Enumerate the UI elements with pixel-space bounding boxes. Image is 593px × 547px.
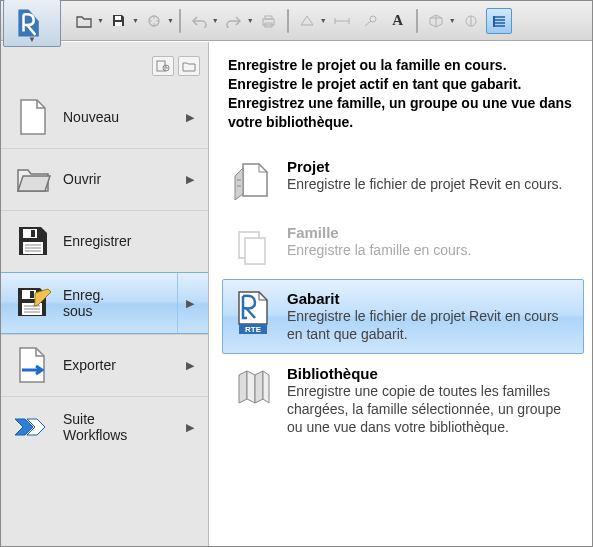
redo-icon[interactable]	[221, 8, 247, 34]
separator	[179, 9, 181, 33]
3d-view-icon[interactable]	[423, 8, 449, 34]
workflows-icon	[13, 407, 53, 447]
submenu-arrow-icon: ▶	[182, 111, 198, 124]
recent-doc-tools	[1, 52, 208, 80]
submenu-arrow-icon: ▶	[177, 273, 198, 333]
dropdown-caret-icon[interactable]: ▼	[97, 17, 104, 24]
menu-item-suite-workflows[interactable]: Suite Workflows ▶	[1, 396, 208, 458]
print-icon[interactable]	[256, 8, 282, 34]
application-menu-button[interactable]: ▼	[3, 0, 61, 47]
menu-right-column: Enregistre le projet ou la famille en co…	[209, 42, 592, 546]
svg-rect-11	[31, 230, 35, 237]
dropdown-caret-icon[interactable]: ▼	[449, 17, 456, 24]
item-title: Projet	[287, 158, 562, 175]
open-docs-icon[interactable]	[178, 56, 200, 76]
save-disk-icon	[13, 221, 53, 261]
template-file-icon: RTE	[231, 290, 275, 334]
item-title: Famille	[287, 224, 471, 241]
svg-rect-0	[115, 16, 121, 20]
menu-label: Ouvrir	[63, 171, 182, 187]
svg-text:RTE: RTE	[245, 325, 262, 334]
submenu-header: Enregistre le projet ou la famille en co…	[210, 42, 592, 143]
section-icon[interactable]	[458, 8, 484, 34]
svg-rect-4	[265, 16, 272, 19]
svg-rect-1	[115, 22, 122, 26]
save-as-icon	[13, 283, 53, 323]
menu-label: Enreg. sous	[63, 287, 177, 319]
saveas-family: FamilleEnregistre la famille en cours.	[222, 213, 584, 279]
export-icon	[13, 345, 53, 385]
recent-docs-icon[interactable]	[152, 56, 174, 76]
family-file-icon	[231, 224, 275, 268]
new-file-icon	[13, 97, 53, 137]
item-title: Bibliothèque	[287, 365, 575, 382]
sync-icon[interactable]	[141, 8, 167, 34]
thin-lines-icon[interactable]	[486, 8, 512, 34]
open-icon[interactable]	[71, 8, 97, 34]
item-desc: Enregistre le fichier de projet Revit en…	[287, 175, 562, 193]
app-window: ▼ ▼ ▼ ▼ ▼ ▼ ▼ A ▼	[0, 0, 593, 547]
dropdown-caret-icon[interactable]: ▼	[167, 17, 174, 24]
project-file-icon	[231, 158, 275, 202]
separator	[416, 9, 418, 33]
menu-label: Exporter	[63, 357, 182, 373]
dimension-icon[interactable]	[329, 8, 355, 34]
quick-access-toolbar: ▼ ▼ ▼ ▼ ▼ ▼ ▼ A ▼	[1, 1, 592, 41]
separator	[287, 9, 289, 33]
menu-item-save-as[interactable]: Enreg. sous ▶	[1, 272, 208, 334]
submenu-arrow-icon: ▶	[182, 359, 198, 372]
menu-item-export[interactable]: Exporter ▶	[1, 334, 208, 396]
application-menu-panel: Nouveau ▶ Ouvrir ▶ Enregistrer Enreg. so…	[1, 41, 592, 546]
menu-label: Enregistrer	[63, 233, 198, 249]
menu-label: Suite Workflows	[63, 411, 182, 443]
save-icon[interactable]	[106, 8, 132, 34]
item-desc: Enregistre la famille en cours.	[287, 241, 471, 259]
menu-left-column: Nouveau ▶ Ouvrir ▶ Enregistrer Enreg. so…	[1, 42, 209, 546]
svg-rect-17	[245, 238, 265, 264]
dropdown-caret-icon[interactable]: ▼	[132, 17, 139, 24]
item-desc: Enregistre le fichier de projet Revit en…	[287, 307, 575, 343]
menu-label: Nouveau	[63, 109, 182, 125]
saveas-template[interactable]: RTE GabaritEnregistre le fichier de proj…	[222, 279, 584, 354]
item-desc: Enregistre une copie de toutes les famil…	[287, 382, 575, 437]
measure-icon[interactable]	[294, 8, 320, 34]
svg-rect-14	[30, 291, 34, 298]
menu-item-save[interactable]: Enregistrer	[1, 210, 208, 272]
saveas-library[interactable]: BibliothèqueEnregistre une copie de tout…	[222, 354, 584, 448]
library-icon	[231, 365, 275, 409]
submenu-list: ProjetEnregistre le fichier de projet Re…	[210, 143, 592, 546]
submenu-arrow-icon: ▶	[182, 421, 198, 434]
submenu-arrow-icon: ▶	[182, 173, 198, 186]
saveas-project[interactable]: ProjetEnregistre le fichier de projet Re…	[222, 147, 584, 213]
undo-icon[interactable]	[186, 8, 212, 34]
qat-items: ▼ ▼ ▼ ▼ ▼ ▼ A ▼	[61, 1, 512, 40]
dropdown-caret-icon[interactable]: ▼	[247, 17, 254, 24]
dropdown-caret-icon[interactable]: ▼	[320, 17, 327, 24]
dropdown-caret-icon[interactable]: ▼	[212, 17, 219, 24]
menu-item-new[interactable]: Nouveau ▶	[1, 86, 208, 148]
text-icon[interactable]: A	[385, 8, 411, 34]
item-title: Gabarit	[287, 290, 575, 307]
menu-item-open[interactable]: Ouvrir ▶	[1, 148, 208, 210]
tag-icon[interactable]	[357, 8, 383, 34]
open-folder-icon	[13, 159, 53, 199]
